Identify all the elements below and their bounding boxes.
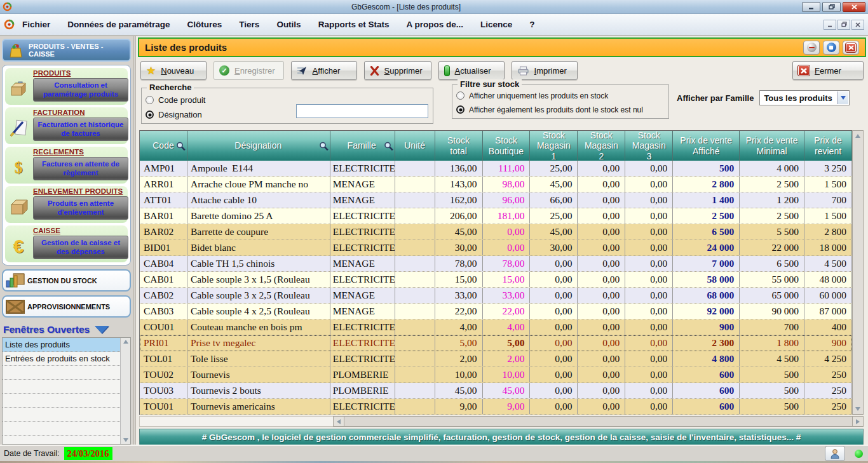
cell-prix-vente-affiche[interactable]: 500 [673,161,740,176]
cell-stock-magasin-3[interactable]: 0,00 [625,367,673,382]
cell-code[interactable]: BAR01 [140,208,187,224]
table-row[interactable]: CAB01Cable souple 3 x 1,5 (RouleauELECTR… [140,272,852,288]
cell-prix-vente-minimal[interactable]: 2 500 [740,177,804,192]
column-header-code[interactable]: Code [140,131,187,161]
cell-unite[interactable] [395,161,435,176]
column-header-stock-magasin-2[interactable]: Stock Magasin 2 [578,131,625,161]
cell-designation[interactable]: Attache cable 10 [187,192,330,208]
cell-designation[interactable]: Prise tv megalec [187,335,330,351]
cell-stock-total[interactable]: 10,00 [435,367,483,382]
cell-famille[interactable]: ELECTRICITE [330,399,395,414]
cell-unite[interactable] [395,399,435,414]
cell-unite[interactable] [395,319,435,335]
cell-stock-magasin-2[interactable]: 0,00 [578,208,625,224]
cell-stock-total[interactable]: 78,00 [435,256,483,271]
cell-stock-total[interactable]: 2,00 [435,351,483,366]
cell-stock-boutique[interactable]: 181,00 [483,208,531,224]
cell-designation[interactable]: Cable souple 4 x 2,5 (Rouleau [187,304,330,319]
radio-icon[interactable] [456,91,465,100]
table-row[interactable]: COU01Couteau manche en bois pmELECTRICIT… [140,319,852,335]
cell-famille[interactable]: MENAGE [330,192,395,208]
cell-stock-boutique[interactable]: 0,00 [483,224,531,239]
menu-item-donnees-de-parametrage[interactable]: Données de paramétrage [67,20,170,29]
cell-prix-vente-affiche[interactable]: 600 [673,399,740,414]
cell-stock-magasin-2[interactable]: 0,00 [578,335,625,351]
table-row[interactable]: AMP01Ampoule E144ELECTRICITE136,00111,00… [140,161,852,177]
cell-code[interactable]: CAB01 [140,272,187,287]
cell-prix-vente-affiche[interactable]: 600 [673,367,740,382]
table-row[interactable]: TOU01Tournevis americainsELECTRICITE9,00… [140,399,852,415]
cell-stock-magasin-2[interactable]: 0,00 [578,192,625,208]
cell-stock-boutique[interactable]: 96,00 [483,192,531,208]
cell-code[interactable]: COU01 [140,319,187,335]
table-row[interactable]: CAB04Cable TH 1,5 chinoisMENAGE78,0078,0… [140,256,852,272]
cell-stock-total[interactable]: 45,00 [435,383,483,398]
cell-prix-vente-affiche[interactable]: 2 500 [673,208,740,224]
cell-stock-total[interactable]: 9,00 [435,399,483,414]
cell-stock-magasin-2[interactable]: 0,00 [578,161,625,176]
cell-famille[interactable]: ELECTRICITE [330,224,395,239]
cell-code[interactable]: TOU02 [140,367,187,382]
cell-stock-magasin-3[interactable]: 0,00 [625,224,673,239]
cell-designation[interactable]: Cable souple 3 x 1,5 (Rouleau [187,272,330,287]
cell-stock-magasin-1[interactable]: 30,00 [530,240,578,255]
page-maximize-button[interactable] [823,41,839,55]
cell-code[interactable]: CAB03 [140,304,187,319]
cell-prix-vente-affiche[interactable]: 4 800 [673,351,740,366]
cell-prix-vente-minimal[interactable]: 6 500 [740,256,804,271]
user-button[interactable] [825,446,845,461]
menu-item-rapports-et-stats[interactable]: Rapports et Stats [318,20,390,29]
sidebar-button-caisse[interactable]: Gestion de la caisse et des dépenses [33,236,128,259]
cell-famille[interactable]: MENAGE [330,177,395,192]
cell-stock-boutique[interactable]: 4,00 [483,319,531,335]
cell-unite[interactable] [395,208,435,224]
scroll-left-button[interactable] [333,416,344,427]
cell-famille[interactable]: ELECTRICITE [330,161,395,176]
actualiser-button[interactable]: Actualiser [438,61,505,80]
cell-famille[interactable]: ELECTRICITE [330,319,395,335]
column-header-designation[interactable]: Désignation [187,131,330,161]
cell-code[interactable]: AMP01 [140,161,187,176]
cell-designation[interactable]: Tournevis americains [187,399,330,414]
cell-stock-magasin-1[interactable]: 25,00 [530,161,578,176]
cell-stock-magasin-3[interactable]: 0,00 [625,288,673,303]
sidebar-button-produits[interactable]: Consultation et paramétrage produits [33,78,128,102]
cell-stock-magasin-2[interactable]: 0,00 [578,288,625,303]
cell-code[interactable]: CAB04 [140,256,187,271]
cell-code[interactable]: BID01 [140,240,187,255]
cell-stock-boutique[interactable]: 98,00 [483,177,531,192]
cell-unite[interactable] [395,288,435,303]
fermer-button[interactable]: Fermer [792,61,864,80]
scroll-right-button[interactable] [852,416,864,427]
mdi-minimize-button[interactable] [824,20,836,30]
cell-prix-vente-minimal[interactable]: 500 [740,367,804,382]
cell-stock-boutique[interactable]: 0,00 [483,240,531,255]
cell-prix-vente-affiche[interactable]: 24 000 [673,240,740,255]
cell-code[interactable]: BAR02 [140,224,187,239]
table-row[interactable]: PRI01Prise tv megalecELECTRICITE5,005,00… [140,335,852,351]
cell-prix-vente-minimal[interactable]: 5 500 [740,224,804,239]
cell-unite[interactable] [395,335,435,351]
cell-stock-magasin-3[interactable]: 0,00 [625,208,673,224]
cell-designation[interactable]: Tole lisse [187,351,330,366]
cell-prix-vente-minimal[interactable]: 500 [740,383,804,398]
page-close-button[interactable] [843,41,859,55]
imprimer-button[interactable]: Imprimer [512,61,578,80]
cell-prix-revient[interactable]: 250 [804,399,852,414]
table-row[interactable]: CAB03Cable souple 4 x 2,5 (RouleauMENAGE… [140,304,852,319]
cell-prix-revient[interactable]: 4 500 [804,256,852,271]
cell-designation[interactable]: Barrette de coupure [187,224,330,239]
cell-code[interactable]: TOL01 [140,351,187,366]
cell-prix-revient[interactable]: 2 800 [804,224,852,239]
cell-prix-revient[interactable]: 3 250 [804,161,852,176]
cell-famille[interactable]: ELECTRICITE [330,351,395,366]
cell-prix-revient[interactable]: 900 [804,335,852,351]
open-windows-scrollbar[interactable] [120,338,130,444]
cell-stock-magasin-1[interactable]: 0,00 [530,399,578,414]
cell-prix-vente-minimal[interactable]: 55 000 [740,272,804,287]
cell-unite[interactable] [395,383,435,398]
cell-stock-boutique[interactable]: 22,00 [483,304,531,319]
column-header-stock-boutique[interactable]: Stock Boutique [483,131,531,161]
cell-unite[interactable] [395,240,435,255]
cell-prix-revient[interactable]: 400 [804,319,852,335]
